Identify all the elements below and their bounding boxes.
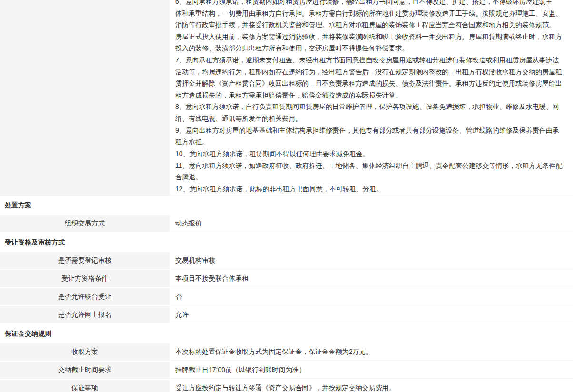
notice-line: 12、意向承租方须承诺，此标的非出租方书面同意，不可转租、分租。	[175, 183, 568, 195]
notice-line: 消防等行政审批手续，并接受行政机关监督和管理。承租方对承租房屋的装饰装修工程应当…	[175, 19, 568, 31]
field-label: 组织交易方式	[0, 215, 170, 232]
notice-line: 体和承重结构，一切费用由承租方自行承担。承租方需自行到标的所在地住建委办理装修改…	[175, 8, 568, 20]
notice-line: 11、意向承租方须承诺，如遇政府征收、政府拆迁、土地储备、集体经济组织自主腾退、…	[175, 160, 568, 172]
section-rows-deposit-rules: 收取方案 本次标的处置保证金收取方式为固定保证金，保证金金额为2万元。 交纳截止…	[0, 343, 573, 392]
notice-line: 9、意向出租方对房屋的地基基础和主体结构承担维修责任，其他专有部分或者共有部分设…	[175, 125, 568, 137]
table-row: 保证事项 受让方应按约定与转让方签署《资产交易合同》，并按规定交纳交易费用。	[0, 380, 573, 392]
notice-label-cell	[0, 0, 170, 196]
field-value: 受让方应按约定与转让方签署《资产交易合同》，并按规定交纳交易费用。	[171, 380, 573, 392]
section-title-transferee-qualification: 受让资格及审核方式	[0, 233, 573, 252]
notice-line: 租方造成损失的，承租方需承担赔偿责任，赔偿金额按造成的实际损失计算。	[175, 89, 568, 101]
field-value: 允许	[171, 306, 573, 323]
field-value: 动态报价	[171, 215, 573, 232]
table-row: 收取方案 本次标的处置保证金收取方式为固定保证金，保证金金额为2万元。	[0, 343, 573, 361]
field-value: 交易机构审核	[171, 252, 573, 269]
notice-line: 租方承担。	[175, 136, 568, 148]
notice-line: 赁押金并解除《资产租赁合同》收回出租标的，且不负责承租方造成的损失、债务及法律责…	[175, 78, 568, 89]
notice-line: 房屋正式投入使用前，装修方案需通过消防验收，并将装修装潢图纸和竣工验收资料一并交…	[175, 31, 568, 43]
section-title-disposal-plan: 处置方案	[0, 196, 573, 215]
table-row: 交纳截止时间要求 挂牌截止日17:00前（以银行到账时间为准）	[0, 362, 573, 379]
notice-line: 活动等，均属违约行为，租期内如存在违约行为，经出租方警告后，没有在规定期限内整改…	[175, 66, 568, 78]
field-label: 交纳截止时间要求	[0, 362, 170, 379]
notice-line: 6、意向承租方须承诺，租赁期内如对租赁房屋进行装修，需经出租方书面同意，且不得改…	[175, 0, 568, 8]
notice-line: 合腾退。	[175, 171, 568, 183]
field-value: 否	[171, 288, 573, 305]
notice-lines: 6、意向承租方须承诺，租赁期内如对租赁房屋进行装修，需经出租方书面同意，且不得改…	[175, 0, 568, 195]
field-label: 受让方资格条件	[0, 270, 170, 287]
notice-line: 络、有线电视、通讯等所发生的相关费用。	[175, 113, 568, 125]
field-label: 是否允许网上报名	[0, 306, 170, 323]
table-row: 是否允许联合受让 否	[0, 288, 573, 305]
notice-line: 7、意向承租方须承诺，逾期未支付租金、未经出租方书面同意擅自改变房屋用途或转租分…	[175, 54, 568, 66]
table-row: 是否允许网上报名 允许	[0, 306, 573, 323]
notice-row: 6、意向承租方须承诺，租赁期内如对租赁房屋进行装修，需经出租方书面同意，且不得改…	[0, 0, 573, 196]
table-row: 受让方资格条件 本项目不接受联合体承租	[0, 270, 573, 287]
field-label: 是否允许联合受让	[0, 288, 170, 305]
field-value: 本次标的处置保证金收取方式为固定保证金，保证金金额为2万元。	[171, 343, 573, 361]
table-row: 是否需要登记审核 交易机构审核	[0, 252, 573, 269]
notice-line: 10、意向承租方须承诺，租赁期间不得以任何理由要求减免租金。	[175, 148, 568, 160]
field-label: 保证事项	[0, 380, 170, 392]
field-label: 是否需要登记审核	[0, 252, 170, 269]
notice-line: 投入的装修、装潢部分归出租方所有和使用，交还房屋时不得提任何补偿要求。	[175, 42, 568, 54]
notice-text: 6、意向承租方须承诺，租赁期内如对租赁房屋进行装修，需经出租方书面同意，且不得改…	[171, 0, 573, 196]
field-label: 收取方案	[0, 343, 170, 361]
section-rows-disposal-plan: 组织交易方式 动态报价	[0, 215, 573, 232]
field-value: 本项目不接受联合体承租	[171, 270, 573, 287]
field-value: 挂牌截止日17:00前（以银行到账时间为准）	[171, 362, 573, 379]
section-title-deposit-rules: 保证金交纳规则	[0, 324, 573, 343]
asset-listing-detail-table: 6、意向承租方须承诺，租赁期内如对租赁房屋进行装修，需经出租方书面同意，且不得改…	[0, 0, 573, 392]
notice-line: 8、意向承租方须承诺，自行负责租赁期间租赁房屋的日常维护管理，保护各项设施、设备…	[175, 101, 568, 113]
section-rows-transferee-qualification: 是否需要登记审核 交易机构审核 受让方资格条件 本项目不接受联合体承租 是否允许…	[0, 252, 573, 323]
table-row: 组织交易方式 动态报价	[0, 215, 573, 232]
